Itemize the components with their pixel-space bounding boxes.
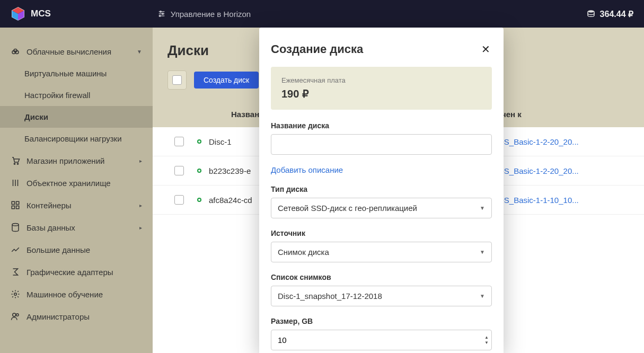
svg-point-22 — [13, 313, 16, 316]
sidebar-item-gpu[interactable]: Графические адаптеры — [0, 261, 153, 283]
sidebar-item-ml[interactable]: Машинное обучение — [0, 283, 153, 305]
svg-rect-17 — [16, 201, 19, 204]
sidebar-label: Большие данные — [27, 245, 90, 254]
cube-icon — [11, 6, 25, 21]
disk-name-input[interactable] — [271, 134, 492, 155]
source-value: Снимок диска — [278, 248, 329, 257]
select-all-checkbox[interactable] — [172, 75, 182, 85]
disk-name: Disc-1 — [209, 137, 232, 146]
brand-text: MCS — [31, 8, 51, 19]
svg-point-10 — [588, 10, 594, 13]
sidebar-label: Администраторы — [27, 312, 90, 321]
sidebar-label: Объектное хранилище — [27, 179, 111, 188]
svg-point-23 — [16, 314, 19, 316]
attached-link[interactable]: tOS_Basic-1-2-20_20... — [496, 137, 633, 146]
sidebar-label: Контейнеры — [27, 201, 72, 210]
sidebar-item-appstore[interactable]: Магазин приложений ▸ — [0, 149, 153, 172]
brand-logo[interactable]: MCS — [11, 6, 51, 21]
snapshots-select[interactable]: Disc-1_snapshot_17-12-2018 ▼ — [271, 286, 492, 306]
balance-display[interactable]: 364.44 ₽ — [586, 9, 633, 19]
chevron-down-icon: ▼ — [480, 293, 485, 299]
select-all-wrap[interactable] — [167, 70, 187, 90]
chevron-right-icon: ▸ — [139, 225, 142, 231]
disk-type-value: Сетевой SSD-диск с гео-репликацией — [278, 204, 417, 213]
sidebar-item-disks[interactable]: Диски — [0, 106, 153, 128]
chevron-down-icon: ▼ — [137, 49, 142, 55]
status-dot-icon — [197, 139, 201, 144]
size-label: Размер, GB — [271, 317, 492, 325]
svg-point-20 — [12, 224, 19, 226]
sidebar-item-firewall[interactable]: Настройки firewall — [0, 84, 153, 106]
row-checkbox[interactable] — [174, 166, 184, 175]
chevron-down-icon: ▼ — [480, 205, 485, 211]
sidebar-label: Магазин приложений — [27, 156, 104, 165]
status-dot-icon — [197, 169, 201, 173]
disk-name: b223c239-e — [209, 166, 251, 175]
chart-icon — [11, 245, 20, 254]
number-spinner[interactable]: ▲▼ — [484, 336, 489, 345]
snapshots-value: Disc-1_snapshot_17-12-2018 — [278, 292, 382, 301]
svg-point-15 — [17, 163, 18, 164]
sigma-icon — [11, 267, 20, 277]
sidebar-label: Облачные вычисления — [27, 47, 111, 56]
size-input[interactable] — [271, 330, 492, 350]
price-label: Ежемесячная плата — [281, 76, 481, 84]
sidebar-item-cloud[interactable]: Облачные вычисления ▼ — [0, 40, 153, 63]
top-bar: MCS Управление в Horizon 364.44 ₽ — [0, 0, 644, 28]
sidebar-label: Графические адаптеры — [27, 268, 113, 277]
row-checkbox[interactable] — [174, 137, 184, 146]
svg-point-14 — [14, 163, 15, 164]
balance-value: 364.44 ₽ — [600, 9, 633, 19]
disk-name-label: Название диска — [271, 121, 492, 130]
sidebar-item-loadbalancers[interactable]: Балансировщики нагрузки — [0, 128, 153, 149]
modal-title: Создание диска — [271, 42, 363, 56]
create-disk-button[interactable]: Создать диск — [194, 72, 259, 89]
sidebar-label: Настройки firewall — [24, 91, 90, 100]
sliders-icon — [157, 9, 166, 19]
chevron-right-icon: ▸ — [139, 202, 142, 208]
close-icon[interactable]: ✕ — [479, 43, 492, 56]
spin-down-icon[interactable]: ▼ — [484, 341, 489, 345]
source-label: Источник — [271, 229, 492, 237]
sidebar-item-object-storage[interactable]: Объектное хранилище — [0, 172, 153, 194]
svg-rect-16 — [12, 201, 14, 204]
sidebar-item-admins[interactable]: Администраторы — [0, 305, 153, 328]
svg-rect-19 — [16, 206, 19, 209]
attached-link[interactable]: tOS_Basic-1-2-20_20... — [496, 166, 633, 175]
database-icon — [11, 223, 20, 232]
sidebar-item-vms[interactable]: Виртуальные машины — [0, 63, 153, 84]
horizon-link[interactable]: Управление в Horizon — [157, 9, 251, 19]
attached-link[interactable]: tOS_Basic-1-1-10_10... — [496, 196, 633, 205]
create-disk-modal: Создание диска ✕ Ежемесячная плата 190 ₽… — [259, 28, 504, 353]
sidebar-item-bigdata[interactable]: Большие данные — [0, 239, 153, 261]
horizon-label: Управление в Horizon — [171, 10, 251, 19]
add-description-link[interactable]: Добавить описание — [271, 165, 343, 174]
sidebar-item-databases[interactable]: Базы данных ▸ — [0, 216, 153, 239]
sidebar-item-containers[interactable]: Контейнеры ▸ — [0, 194, 153, 216]
disk-type-label: Тип диска — [271, 185, 492, 193]
svg-rect-18 — [12, 206, 14, 209]
spin-up-icon[interactable]: ▲ — [484, 336, 489, 340]
sidebar-label: Базы данных — [27, 223, 75, 232]
svg-point-21 — [14, 293, 17, 296]
coins-icon — [586, 9, 596, 19]
svg-point-5 — [160, 11, 161, 13]
grid-icon — [11, 200, 20, 210]
chevron-right-icon: ▸ — [139, 158, 142, 164]
disk-name: afc8a24c-cd — [209, 196, 252, 205]
price-box: Ежемесячная плата 190 ₽ — [271, 67, 492, 110]
chevron-down-icon: ▼ — [480, 249, 485, 255]
sidebar-label: Диски — [24, 112, 48, 121]
svg-point-7 — [162, 13, 163, 15]
source-select[interactable]: Снимок диска ▼ — [271, 242, 492, 262]
sidebar-label: Машинное обучение — [27, 290, 103, 299]
sidebar-label: Виртуальные машины — [24, 69, 107, 78]
storage-icon — [11, 178, 20, 188]
status-dot-icon — [197, 198, 201, 202]
cart-icon — [11, 156, 20, 165]
sidebar-label: Балансировщики нагрузки — [24, 134, 122, 143]
row-checkbox[interactable] — [174, 195, 184, 205]
gear-icon — [11, 289, 20, 299]
users-icon — [11, 312, 20, 321]
disk-type-select[interactable]: Сетевой SSD-диск с гео-репликацией ▼ — [271, 198, 492, 218]
